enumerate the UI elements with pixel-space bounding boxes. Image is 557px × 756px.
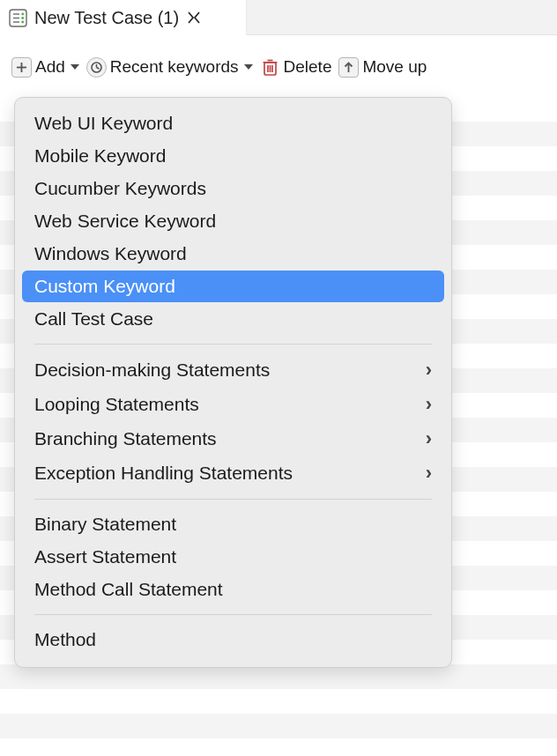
svg-point-6 (21, 20, 24, 23)
table-row (0, 714, 557, 738)
menu-item-label: Assert Statement (34, 546, 176, 567)
menu-item-label: Custom Keyword (34, 276, 175, 297)
menu-item-label: Mobile Keyword (34, 145, 166, 167)
menu-item-label: Exception Handling Statements (34, 463, 293, 484)
tab-new-test-case[interactable]: New Test Case (1) (0, 0, 247, 35)
toolbar: Add Recent keywords Delete (0, 51, 557, 83)
add-button[interactable]: Add (9, 56, 82, 79)
menu-item-label: Looping Statements (34, 394, 199, 415)
menu-separator (34, 614, 432, 615)
moveup-label: Move up (362, 57, 427, 77)
menu-item-label: Cucumber Keywords (34, 178, 206, 199)
menu-item-method[interactable]: Method (22, 624, 444, 656)
menu-item-label: Binary Statement (34, 514, 176, 535)
table-row (0, 689, 557, 714)
menu-item-label: Branching Statements (34, 428, 217, 449)
menu-item-assert-statement[interactable]: Assert Statement (22, 541, 444, 573)
menu-item-label: Windows Keyword (34, 243, 187, 264)
svg-line-11 (96, 67, 99, 69)
delete-button[interactable]: Delete (257, 56, 335, 79)
tab-bar: New Test Case (1) (0, 0, 557, 35)
tab-gap (247, 0, 557, 35)
add-label: Add (35, 57, 65, 77)
menu-item-label: Method Call Statement (34, 579, 223, 600)
chevron-right-icon: › (426, 462, 432, 485)
move-up-button[interactable]: Move up (336, 56, 429, 79)
delete-label: Delete (284, 57, 332, 77)
menu-item-label: Web UI Keyword (34, 113, 173, 134)
plus-icon (11, 57, 32, 78)
recent-label: Recent keywords (110, 57, 239, 77)
trash-icon (260, 57, 280, 78)
test-case-icon (9, 9, 27, 27)
svg-point-5 (21, 17, 24, 19)
table-row (0, 738, 557, 756)
chevron-right-icon: › (426, 427, 432, 450)
chevron-right-icon: › (426, 359, 432, 382)
chevron-right-icon: › (426, 393, 432, 416)
close-icon[interactable] (186, 10, 202, 26)
menu-item-branching-statements[interactable]: Branching Statements › (22, 422, 444, 456)
caret-down-icon (244, 64, 253, 70)
clock-icon (86, 57, 107, 78)
menu-item-binary-statement[interactable]: Binary Statement (22, 508, 444, 540)
caret-down-icon (71, 64, 79, 70)
menu-item-method-call-statement[interactable]: Method Call Statement (22, 574, 444, 605)
menu-item-call-test-case[interactable]: Call Test Case (22, 303, 444, 335)
tab-label: New Test Case (1) (34, 8, 179, 28)
table-row (0, 664, 557, 689)
menu-item-label: Decision-making Statements (34, 359, 270, 381)
menu-item-label: Web Service Keyword (34, 211, 216, 232)
add-dropdown-menu: Web UI Keyword Mobile Keyword Cucumber K… (14, 97, 452, 668)
menu-separator (34, 344, 432, 345)
menu-item-looping-statements[interactable]: Looping Statements › (22, 388, 444, 421)
menu-item-label: Call Test Case (34, 308, 153, 330)
menu-item-exception-handling-statements[interactable]: Exception Handling Statements › (22, 456, 444, 490)
menu-item-label: Method (34, 629, 96, 650)
recent-keywords-button[interactable]: Recent keywords (84, 56, 256, 79)
menu-item-windows-keyword[interactable]: Windows Keyword (22, 238, 444, 270)
menu-item-decision-making-statements[interactable]: Decision-making Statements › (22, 353, 444, 387)
menu-item-web-service-keyword[interactable]: Web Service Keyword (22, 205, 444, 237)
menu-item-mobile-keyword[interactable]: Mobile Keyword (22, 140, 444, 172)
menu-item-cucumber-keywords[interactable]: Cucumber Keywords (22, 173, 444, 204)
svg-point-4 (21, 12, 24, 15)
menu-item-web-ui-keyword[interactable]: Web UI Keyword (22, 107, 444, 139)
menu-item-custom-keyword[interactable]: Custom Keyword (22, 271, 444, 302)
menu-separator (34, 499, 432, 500)
arrow-up-icon (338, 57, 359, 78)
